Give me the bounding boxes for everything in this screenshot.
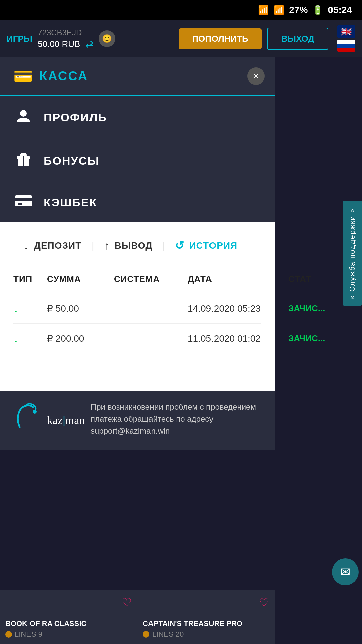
bonuses-label: БОНУСЫ (44, 154, 99, 167)
col-system: СИСТЕМА (114, 274, 188, 284)
tab-withdraw[interactable]: ↑ ВЫВОД (94, 233, 163, 259)
status-bar: 📶 📶 27% 🔋 05:24 (0, 0, 362, 20)
row1-date: 14.09.2020 05:23 (188, 303, 288, 314)
logout-button[interactable]: ВЫХОД (267, 28, 328, 50)
footer-section: kaz|man При возникновении проблем с пров… (0, 391, 275, 450)
game2-title: CAPTAIN'S TREASURE PRO (143, 619, 269, 628)
tab-history-label: ИСТОРИЯ (189, 240, 237, 251)
status-icons: 📶 📶 27% 🔋 05:24 (258, 5, 352, 15)
kassa-section: 💳 КАССА × ПРОФИЛЬ (0, 57, 275, 222)
table-row: ↓ ₽ 200.00 11.05.2020 01:02 ЗАЧИС... (13, 324, 261, 354)
footer-logo-icon (13, 401, 44, 440)
row2-type-icon: ↓ (13, 332, 47, 345)
svg-point-0 (20, 110, 27, 117)
cashback-icon (13, 194, 34, 211)
footer-info-text: При возникновении проблем с проведением … (90, 401, 261, 437)
flag-group: 🇬🇧 (337, 25, 355, 52)
tab-deposit[interactable]: ↓ ДЕПОЗИТ (13, 233, 92, 259)
row2-date: 11.05.2020 01:02 (188, 333, 288, 344)
battery-percent: 27% (289, 5, 308, 15)
user-info: 723CB3EJD 50.00 RUB ⇄ (38, 28, 93, 50)
col-status: СТАТ (288, 274, 328, 284)
support-label: « Служба поддержки » (348, 208, 356, 300)
battery-icon: 🔋 (312, 5, 323, 15)
kassa-icon: 💳 (13, 67, 33, 85)
menu-item-profile[interactable]: ПРОФИЛЬ (0, 96, 275, 139)
row2-status: ЗАЧИС... (288, 333, 328, 344)
game1-title: BOOK OF RA CLASSIC (5, 619, 132, 628)
header-bar: ИГРЫ 723CB3EJD 50.00 RUB ⇄ 😊 ПОПОЛНИТЬ В… (0, 20, 362, 57)
support-sidebar[interactable]: « Служба поддержки » (343, 201, 362, 306)
support-button[interactable]: « Служба поддержки » (343, 201, 362, 306)
col-amount: СУММА (47, 274, 114, 284)
lines-dot-1 (5, 631, 12, 638)
table-row: ↓ ₽ 50.00 14.09.2020 05:23 ЗАЧИС... (13, 293, 261, 324)
game-card-2: CAPTAIN'S TREASURE PRO LINES 20 ♡ (137, 590, 275, 644)
svg-rect-5 (15, 198, 32, 201)
game1-lines-row: LINES 9 (5, 630, 132, 639)
svg-rect-6 (18, 203, 22, 205)
row2-amount: ₽ 200.00 (47, 333, 114, 344)
cashback-label: КЭШБЕК (44, 196, 97, 209)
close-button[interactable]: × (247, 67, 265, 85)
flag-ru[interactable] (337, 40, 355, 52)
game-cards-row: BOOK OF RA CLASSIC LINES 9 ♡ CAPTAIN'S T… (0, 590, 275, 644)
games-label: ИГРЫ (7, 34, 32, 44)
col-date: ДАТА (188, 274, 288, 284)
wifi-icon: 📶 (258, 5, 269, 15)
footer-logo-text: kaz|man (47, 414, 85, 427)
footer-logo: kaz|man (13, 401, 80, 440)
signal-icon: 📶 (274, 5, 284, 15)
game1-lines: LINES 9 (15, 630, 42, 639)
avatar: 😊 (99, 30, 115, 47)
kassa-title: КАССА (39, 69, 88, 84)
header-balance: 50.00 RUB (38, 39, 80, 49)
deposit-arrow-icon: ↓ (23, 239, 29, 252)
row1-type-icon: ↓ (13, 302, 47, 315)
profile-icon (13, 107, 34, 127)
svg-point-7 (33, 410, 37, 414)
transfer-icon: ⇄ (85, 39, 93, 50)
tab-history[interactable]: ↺ ИСТОРИЯ (165, 232, 247, 259)
col-type: ТИП (13, 274, 47, 284)
game2-lines-row: LINES 20 (143, 630, 269, 639)
table-header: ТИП СУММА СИСТЕМА ДАТА СТАТ (13, 269, 261, 290)
withdraw-arrow-icon: ↑ (104, 239, 110, 252)
profile-label: ПРОФИЛЬ (44, 111, 107, 124)
game2-favorite-button[interactable]: ♡ (259, 596, 269, 609)
tab-withdraw-label: ВЫВОД (115, 240, 153, 251)
menu-item-cashback[interactable]: КЭШБЕК (0, 182, 275, 222)
history-icon: ↺ (175, 239, 184, 252)
kassa-header: 💳 КАССА × (0, 57, 275, 96)
mail-icon: ✉ (340, 565, 350, 579)
tab-deposit-label: ДЕПОЗИТ (34, 240, 81, 251)
spacer (13, 354, 261, 381)
flag-uk[interactable]: 🇬🇧 (337, 25, 355, 38)
game-card-1: BOOK OF RA CLASSIC LINES 9 ♡ (0, 590, 137, 644)
deposit-button[interactable]: ПОПОЛНИТЬ (179, 28, 261, 49)
clock: 05:24 (328, 5, 352, 15)
support-chat-button[interactable]: ✉ (332, 558, 359, 585)
tab-row: ↓ ДЕПОЗИТ | ↑ ВЫВОД | ↺ ИСТОРИЯ (13, 232, 261, 259)
game2-lines: LINES 20 (152, 630, 184, 639)
game1-favorite-button[interactable]: ♡ (122, 596, 132, 609)
user-id: 723CB3EJD (38, 28, 93, 37)
lines-dot-2 (143, 631, 149, 638)
modal-overlay: 💳 КАССА × ПРОФИЛЬ (0, 57, 275, 450)
menu-item-bonuses[interactable]: БОНУСЫ (0, 139, 275, 182)
bonuses-icon (13, 151, 34, 171)
row1-status: ЗАЧИС... (288, 303, 328, 314)
row1-amount: ₽ 50.00 (47, 303, 114, 314)
transaction-section: ↓ ДЕПОЗИТ | ↑ ВЫВОД | ↺ ИСТОРИЯ ТИП СУММ… (0, 222, 275, 391)
